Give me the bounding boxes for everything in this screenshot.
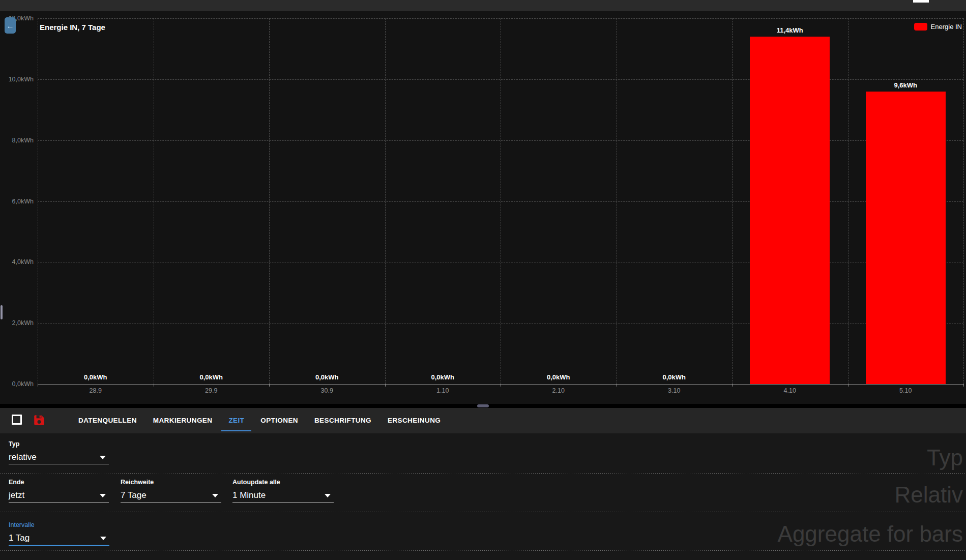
intervalle-underline [9,545,109,546]
ende-dropdown: Ende jetzt [9,478,109,504]
y-axis-label: 6,0kWh [2,198,34,205]
arrow-left-icon: ← [7,21,14,30]
bar [750,37,830,384]
y-axis-label: 2,0kWh [2,319,34,327]
chart-legend: Energie IN [914,23,962,31]
app-window: { "window": { "top_tab_indicator": true … [0,0,966,560]
x-axis-line [38,384,963,385]
chevron-down-icon[interactable] [100,537,106,540]
bar-value-label: 0,0kWh [60,373,131,381]
select-checkbox[interactable] [12,415,22,425]
bar-value-label: 9,6kWh [870,81,941,89]
y-axis-label: 10,0kWh [2,76,34,83]
bar [866,92,946,384]
v-gridline [732,18,733,384]
bar-value-label: 0,0kWh [175,373,247,381]
y-axis-label: 0,0kWh [2,380,34,388]
reichweite-label: Reichweite [121,479,154,486]
v-gridline [501,18,501,384]
x-axis-label: 28.9 [65,387,126,394]
intervalle-dropdown: Intervalle 1 Tag [9,520,109,547]
chevron-down-icon[interactable] [100,456,106,459]
watermark-aggregate: Aggregate for bars [778,522,963,546]
typ-dropdown: Typ relative [9,439,109,466]
bar-value-label: 0,0kWh [523,373,594,381]
y-axis-label: 8,0kWh [2,137,34,144]
typ-value[interactable]: relative [9,452,37,462]
tab-optionen[interactable]: OPTIONEN [252,408,306,433]
settings-tabbar: DATENQUELLENMARKIERUNGENZEITOPTIONENBESC… [0,408,966,433]
floppy-disk-icon [33,414,46,427]
chart-panel: 0,0kWh2,0kWh4,0kWh6,0kWh8,0kWh10,0kWh12,… [0,11,966,404]
tab-erscheinung[interactable]: ERSCHEINUNG [379,408,449,433]
time-settings-form: Typ relative Ende jetzt Reichweite 7 Tag… [0,433,966,560]
tab-zeit[interactable]: ZEIT [220,408,252,433]
bar-value-label: 0,0kWh [638,373,710,381]
ende-label: Ende [9,479,24,486]
section-separator [0,550,966,551]
back-button[interactable]: ← [5,17,16,34]
autoupdate-dropdown: Autoupdate alle 1 Minute [232,478,334,504]
chart-title: Energie IN, 7 Tage [40,23,105,32]
chevron-down-icon[interactable] [325,494,331,497]
intervalle-label: Intervalle [9,521,35,528]
watermark-relativ: Relativ [895,483,963,507]
intervalle-value[interactable]: 1 Tag [9,533,30,543]
reichweite-dropdown: Reichweite 7 Tage [121,478,221,504]
left-scrollbar-thumb[interactable] [1,305,3,319]
save-button[interactable] [33,414,46,427]
x-axis-label: 30.9 [297,387,358,394]
typ-underline [9,464,109,464]
x-axis-label: 4.10 [759,387,821,394]
v-gridline [154,18,154,384]
tab-beschriftung[interactable]: BESCHRIFTUNG [306,408,379,433]
v-gridline [385,18,386,384]
bar-value-label: 11,4kWh [754,26,826,34]
x-axis-label: 3.10 [643,387,705,394]
section-separator [0,512,966,512]
reichweite-value[interactable]: 7 Tage [121,490,147,500]
tab-list: DATENQUELLENMARKIERUNGENZEITOPTIONENBESC… [70,408,449,433]
v-gridline [269,18,270,384]
v-gridline [963,18,964,384]
chevron-down-icon[interactable] [212,494,218,497]
watermark-typ: Typ [927,446,963,470]
x-axis-label: 2.10 [528,387,589,394]
bar-value-label: 0,0kWh [291,373,363,381]
panel-divider [0,404,966,408]
x-axis-label: 5.10 [875,387,936,394]
autoupdate-value[interactable]: 1 Minute [232,490,266,500]
y-axis-label: 4,0kWh [2,258,34,266]
bar-value-label: 0,0kWh [407,373,478,381]
autoupdate-label: Autoupdate alle [232,479,280,486]
x-axis-label: 29.9 [181,387,242,394]
chart-plot: 0,0kWh2,0kWh4,0kWh6,0kWh8,0kWh10,0kWh12,… [0,11,966,404]
legend-color-swatch [914,23,927,31]
legend-series-label: Energie IN [931,23,962,31]
v-gridline [38,18,38,384]
ende-value[interactable]: jetzt [9,490,24,500]
window-top-strip [0,0,966,11]
axis-tick [963,384,964,387]
section-separator [0,473,966,474]
ende-underline [9,502,109,503]
chevron-down-icon[interactable] [100,494,106,497]
browser-tab-indicator [913,0,929,3]
v-gridline [848,18,848,384]
tab-markierungen[interactable]: MARKIERUNGEN [145,408,221,433]
typ-label: Typ [9,440,19,448]
resize-drag-handle[interactable] [477,404,489,407]
reichweite-underline [121,502,221,503]
v-gridline [617,18,617,384]
autoupdate-underline [232,502,334,503]
x-axis-label: 1.10 [412,387,473,394]
tab-datenquellen[interactable]: DATENQUELLEN [70,408,145,433]
